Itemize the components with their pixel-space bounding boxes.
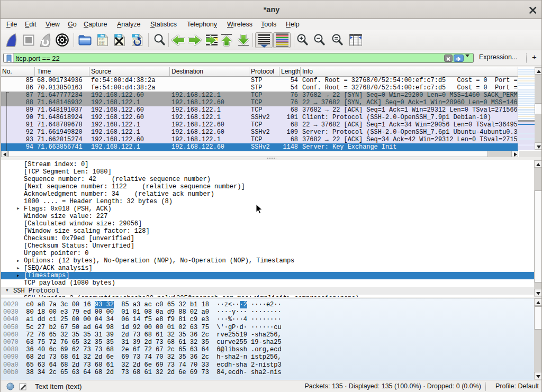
svg-text:0111: 0111 [99,43,105,45]
